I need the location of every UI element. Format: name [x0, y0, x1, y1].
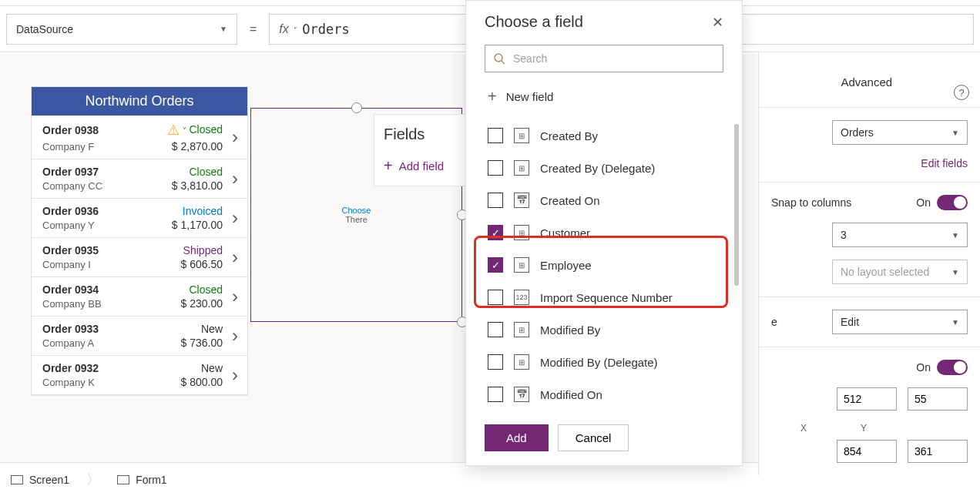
order-status: Shipped [181, 244, 223, 256]
add-field-button[interactable]: + Add field [384, 157, 456, 175]
chevron-right-icon[interactable]: › [223, 246, 238, 268]
field-label: Created By (Delegate) [540, 162, 655, 175]
field-search-input[interactable]: Search [485, 45, 723, 72]
field-option[interactable]: Modified On [485, 378, 733, 411]
order-company: Company K [42, 377, 181, 388]
chevron-right-icon[interactable]: › [223, 207, 238, 229]
svg-line-1 [502, 61, 505, 64]
close-icon[interactable]: ✕ [712, 14, 723, 31]
field-label: Created By [540, 129, 598, 142]
order-id: Order 0934 [42, 283, 181, 296]
resize-handle[interactable] [351, 102, 362, 113]
order-row[interactable]: Order 0932 New Company K $ 800.00 › [32, 356, 247, 395]
checkbox[interactable] [488, 193, 503, 208]
screen-icon [11, 475, 23, 484]
checkbox[interactable] [488, 290, 503, 305]
field-label: Customer [540, 226, 590, 240]
order-amount: $ 3,810.00 [172, 179, 223, 192]
field-label: Created On [540, 194, 600, 207]
size-w-input[interactable] [837, 440, 897, 463]
position-x-input[interactable] [837, 387, 897, 411]
help-icon[interactable]: ? [954, 85, 969, 100]
order-company: Company A [42, 337, 181, 349]
order-amount: $ 230.00 [181, 297, 223, 310]
field-label: Modified By (Delegate) [540, 356, 658, 369]
cancel-button[interactable]: Cancel [558, 424, 629, 451]
field-option[interactable]: Created By (Delegate) [485, 152, 733, 184]
order-status: New [181, 362, 223, 374]
chevron-down-icon: ▼ [951, 129, 959, 137]
order-status: ⚠˅ Closed [167, 122, 223, 139]
tab-screen1[interactable]: Screen1 [11, 474, 69, 486]
checkbox[interactable] [488, 160, 503, 176]
order-row[interactable]: Order 0938 ⚠˅ Closed Company F $ 2,870.0… [32, 116, 247, 159]
fields-panel-title: Fields [384, 126, 456, 143]
form-icon [117, 475, 129, 484]
position-y-input[interactable] [908, 387, 968, 411]
field-option[interactable]: ✓ Employee [485, 249, 733, 281]
field-option[interactable]: 123 Import Sequence Number [485, 281, 733, 313]
field-type-icon: 123 [514, 290, 529, 305]
order-row[interactable]: Order 0937 Closed Company CC $ 3,810.00 … [32, 159, 247, 199]
mode-select[interactable]: Edit ▼ [832, 310, 968, 334]
datasource-select[interactable]: Orders ▼ [832, 120, 968, 145]
order-status: Closed [172, 166, 223, 178]
add-field-label: Add field [399, 159, 444, 173]
snap-toggle[interactable] [937, 195, 968, 210]
order-status: New [181, 323, 223, 335]
formula-value: Orders [302, 22, 349, 37]
order-row[interactable]: Order 0936 Invoiced Company Y $ 1,170.00… [32, 199, 247, 238]
order-row[interactable]: Order 0935 Shipped Company I $ 606.50 › [32, 238, 247, 277]
chevron-down-icon: ▼ [220, 25, 227, 33]
search-placeholder: Search [513, 52, 547, 65]
field-type-icon [514, 160, 529, 176]
choose-field-dialog: Choose a field ✕ Search + New field Crea… [465, 0, 743, 466]
chevron-right-icon[interactable]: › [223, 168, 238, 189]
field-option[interactable]: ✓ Customer [485, 216, 733, 249]
checkbox[interactable] [488, 354, 503, 370]
order-row[interactable]: Order 0933 New Company A $ 736.00 › [32, 317, 247, 356]
plus-icon: + [384, 157, 393, 175]
checkbox[interactable] [488, 128, 503, 143]
property-dropdown[interactable]: DataSource ▼ [6, 14, 237, 45]
order-id: Order 0935 [42, 244, 181, 256]
chevron-right-icon[interactable]: › [223, 286, 238, 307]
tab-form1[interactable]: Form1 [117, 474, 166, 486]
add-button[interactable]: Add [485, 424, 549, 451]
field-option[interactable]: Modified By (Delegate) [485, 346, 733, 378]
checkbox[interactable] [488, 387, 503, 402]
checkbox[interactable]: ✓ [488, 225, 503, 240]
checkbox[interactable] [488, 322, 503, 337]
tab-advanced[interactable]: Advanced [841, 75, 892, 95]
field-option[interactable]: Created By [485, 119, 733, 152]
order-id: Order 0933 [42, 323, 181, 335]
new-field-label: New field [506, 90, 554, 103]
order-amount: $ 736.00 [181, 337, 223, 349]
field-option[interactable]: Modified By [485, 313, 733, 346]
gallery-title: Northwind Orders [32, 87, 247, 116]
visible-toggle[interactable] [937, 360, 968, 375]
edit-fields-link[interactable]: Edit fields [921, 157, 968, 169]
layout-select[interactable]: No layout selected ▼ [832, 260, 968, 284]
plus-icon: + [488, 88, 497, 106]
columns-select[interactable]: 3 ▼ [832, 223, 968, 247]
chevron-right-icon[interactable]: › [223, 364, 238, 386]
field-type-icon [514, 354, 529, 370]
new-field-button[interactable]: + New field [466, 83, 742, 116]
equals-sign: = [245, 22, 261, 36]
order-amount: $ 800.00 [181, 376, 223, 388]
chevron-right-icon[interactable]: › [223, 325, 238, 347]
chevron-right-icon[interactable]: › [223, 126, 238, 148]
separator: 〉 [86, 471, 100, 489]
size-h-input[interactable] [908, 440, 968, 463]
scrollbar-thumb[interactable] [734, 124, 739, 286]
order-row[interactable]: Order 0934 Closed Company BB $ 230.00 › [32, 277, 247, 317]
order-amount: $ 1,170.00 [172, 219, 223, 231]
order-company: Company BB [42, 298, 181, 310]
order-id: Order 0936 [42, 205, 172, 217]
orders-gallery[interactable]: Northwind Orders Order 0938 ⚠˅ Closed Co… [31, 86, 248, 396]
checkbox[interactable]: ✓ [488, 257, 503, 273]
field-option[interactable]: Created On [485, 184, 733, 216]
order-company: Company I [42, 259, 181, 270]
order-id: Order 0937 [42, 166, 172, 178]
